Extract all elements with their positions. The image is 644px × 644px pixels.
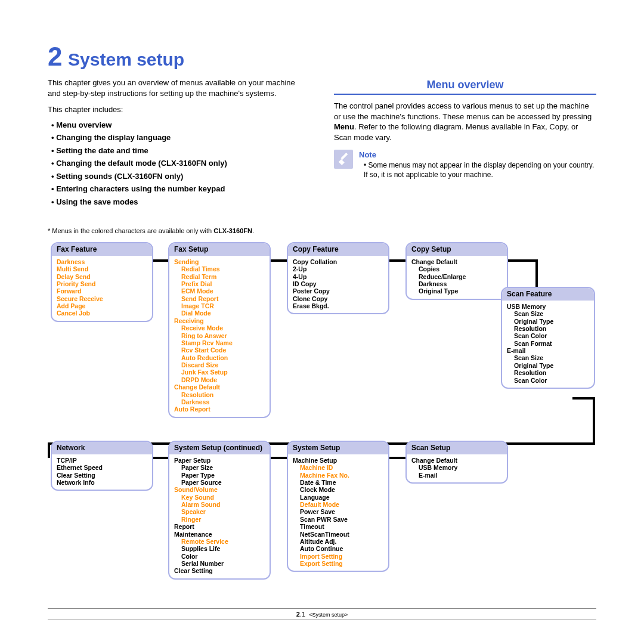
page-footer: 2.1 <System setup> [48, 608, 596, 620]
overview-text: The control panel provides access to var… [334, 101, 596, 143]
network-box: Network TCP/IPEthernet SpeedClear Settin… [51, 441, 153, 491]
note-label: Note [359, 150, 596, 160]
scan-setup-box: Scan Setup Change DefaultUSB MemoryE-mai… [405, 441, 508, 484]
menu-diagram: Fax Feature DarknessMulti SendDelay Send… [48, 239, 596, 585]
chapter-bullets: Menu overviewChanging the display langua… [51, 120, 310, 208]
intro-paragraph: This chapter gives you an overview of me… [48, 78, 310, 98]
includes-label: This chapter includes: [48, 104, 310, 115]
section-header: Menu overview [334, 78, 596, 95]
scan-feature-box: Scan Feature USB MemoryScan SizeOriginal… [501, 287, 595, 389]
copy-setup-box: Copy Setup Change DefaultCopiesReduce/En… [405, 242, 508, 299]
note-text: Some menus may not appear in the display… [359, 160, 596, 179]
system-setup-box: System Setup Machine SetupMachine IDMach… [287, 441, 389, 572]
footnote: * Menus in the colored characters are av… [48, 227, 596, 234]
note-icon [334, 150, 353, 169]
chapter-title: System setup [68, 49, 184, 69]
chapter-number: 2 [48, 42, 62, 71]
fax-feature-box: Fax Feature DarknessMulti SendDelay Send… [51, 242, 153, 321]
copy-feature-box: Copy Feature Copy Collation2-Up4-UpID Co… [287, 242, 389, 314]
fax-setup-box: Fax Setup SendingRedial TimesRedial Term… [168, 242, 271, 417]
system-setup-continued-box: System Setup (continued) Paper SetupPape… [168, 441, 271, 579]
